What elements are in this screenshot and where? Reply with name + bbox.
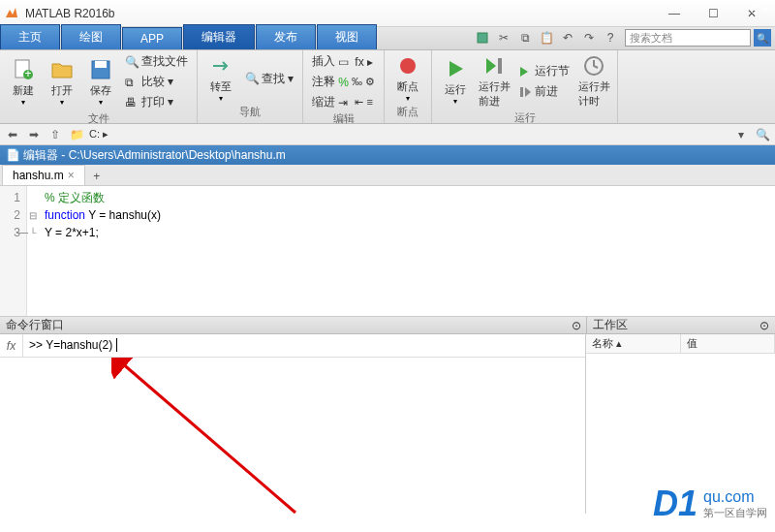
fold-gutter: ⊟ └ bbox=[27, 186, 39, 316]
qat-help-icon[interactable]: ? bbox=[601, 29, 620, 47]
maximize-button[interactable]: ☐ bbox=[694, 2, 732, 25]
new-file-icon: + bbox=[12, 58, 35, 81]
workspace-col-name[interactable]: 名称 ▴ bbox=[586, 334, 681, 353]
add-file-tab[interactable]: + bbox=[87, 168, 107, 185]
path-dropdown[interactable]: ▾ bbox=[732, 126, 750, 143]
run-advance-icon bbox=[482, 54, 506, 78]
fx-button[interactable]: fx bbox=[0, 334, 23, 357]
tab-plots[interactable]: 绘图 bbox=[61, 24, 121, 49]
code-area[interactable]: % 定义函数 function Y = hanshu(x) Y = 2*x+1; bbox=[39, 186, 775, 316]
code-line-1: % 定义函数 bbox=[45, 191, 105, 204]
breakpoint-icon bbox=[396, 54, 419, 78]
compare-button[interactable]: ⧉比较 ▾ bbox=[122, 73, 191, 91]
breakpoints-button[interactable]: 断点▾ bbox=[390, 52, 425, 105]
address-path[interactable]: C: ▸ bbox=[89, 128, 728, 141]
tab-home[interactable]: 主页 bbox=[0, 24, 60, 49]
file-tab-hanshu[interactable]: hanshu.m × bbox=[2, 165, 85, 185]
indent-button[interactable]: 缩进 ⇥ ⇤ ≡ bbox=[309, 93, 378, 111]
advance-icon bbox=[518, 85, 532, 99]
new-file-button[interactable]: + 新建▾ bbox=[6, 56, 41, 109]
file-tab-label: hanshu.m bbox=[13, 169, 64, 182]
window-title: MATLAB R2016b bbox=[25, 7, 655, 20]
cmd-panel-menu[interactable]: ⊙ bbox=[572, 319, 581, 332]
editor-path: 编辑器 - C:\Users\Administrator\Desktop\han… bbox=[23, 147, 286, 164]
code-editor[interactable]: 1 2 3— ⊟ └ % 定义函数 function Y = hanshu(x)… bbox=[0, 186, 775, 317]
up-folder-button[interactable]: ⇧ bbox=[46, 126, 64, 143]
comment-button[interactable]: 注释 % ‰ ⚙ bbox=[309, 73, 378, 91]
svg-rect-5 bbox=[95, 61, 107, 68]
search-path-icon[interactable]: 🔍 bbox=[754, 126, 771, 143]
code-keyword: function bbox=[45, 208, 85, 222]
qat-paste-icon[interactable]: 📋 bbox=[537, 29, 556, 47]
svg-text:+: + bbox=[24, 67, 31, 80]
back-button[interactable]: ⬅ bbox=[4, 126, 21, 143]
compare-icon: ⧉ bbox=[125, 76, 139, 89]
tab-publish[interactable]: 发布 bbox=[256, 24, 316, 49]
run-button[interactable]: 运行▾ bbox=[438, 55, 473, 108]
indent-icon: ⇥ bbox=[338, 96, 352, 110]
qat-save-icon[interactable] bbox=[473, 29, 492, 47]
forward-button[interactable]: ➡ bbox=[25, 126, 43, 143]
group-nav-label: 导航 bbox=[203, 105, 296, 121]
editor-panel-menu[interactable]: ⊙ × bbox=[750, 3, 769, 16]
workspace-title: 工作区 bbox=[593, 317, 628, 333]
svg-rect-7 bbox=[498, 58, 502, 74]
open-file-button[interactable]: 打开▾ bbox=[45, 56, 79, 109]
find-icon: 🔍 bbox=[245, 72, 259, 85]
print-button[interactable]: 🖶打印 ▾ bbox=[122, 93, 191, 111]
insert-section-icon: ▭ bbox=[338, 55, 352, 69]
search-docs-input[interactable]: 搜索文档 bbox=[625, 29, 751, 47]
goto-icon bbox=[209, 54, 232, 78]
qat-copy-icon[interactable]: ⧉ bbox=[515, 29, 535, 47]
svg-rect-8 bbox=[520, 87, 523, 97]
editor-file-tabs: hanshu.m × + bbox=[0, 165, 775, 186]
tab-editor[interactable]: 编辑器 bbox=[183, 24, 255, 49]
tab-apps[interactable]: APP bbox=[122, 27, 182, 49]
qat-undo-icon[interactable]: ↶ bbox=[558, 29, 577, 47]
toolstrip-tabs: 主页 绘图 APP 编辑器 发布 视图 ✂ ⧉ 📋 ↶ ↷ ? 搜索文档 🔍 bbox=[0, 27, 775, 50]
annotation-arrow bbox=[111, 358, 305, 522]
editor-doc-icon: 📄 bbox=[6, 148, 19, 162]
run-section-button[interactable]: 运行节 bbox=[515, 62, 573, 80]
save-disk-icon bbox=[89, 58, 112, 81]
svg-point-6 bbox=[400, 58, 416, 74]
window-titlebar: MATLAB R2016b — ☐ ✕ bbox=[0, 0, 775, 27]
svg-rect-0 bbox=[478, 33, 487, 43]
workspace-header: 工作区 ⊙ bbox=[586, 317, 775, 333]
search-button[interactable]: 🔍 bbox=[754, 29, 771, 47]
command-input-text: Y=hanshu(2) bbox=[46, 338, 112, 352]
print-icon: 🖶 bbox=[125, 96, 139, 110]
find-files-button[interactable]: 🔍查找文件 bbox=[122, 52, 191, 71]
run-section-icon bbox=[518, 65, 532, 78]
qat-redo-icon[interactable]: ↷ bbox=[579, 29, 599, 47]
command-prompt: >> bbox=[29, 338, 46, 352]
ribbon-toolstrip: + 新建▾ 打开▾ 保存▾ 🔍查找文件 ⧉比较 ▾ 🖶打印 ▾ 文件 转至▾ bbox=[0, 50, 775, 124]
file-tab-close[interactable]: × bbox=[68, 169, 75, 182]
workspace-col-value[interactable]: 值 bbox=[681, 334, 776, 353]
find-button[interactable]: 🔍查找 ▾ bbox=[242, 70, 296, 88]
tab-view[interactable]: 视图 bbox=[317, 24, 377, 49]
insert-button[interactable]: 插入 ▭ fx ▸ bbox=[309, 52, 378, 71]
run-time-icon bbox=[582, 54, 605, 78]
advance-button[interactable]: 前进 bbox=[515, 82, 573, 101]
minimize-button[interactable]: — bbox=[655, 2, 694, 25]
save-file-button[interactable]: 保存▾ bbox=[83, 56, 118, 109]
run-advance-button[interactable]: 运行并 前进 bbox=[477, 52, 512, 110]
current-folder-toolbar: ⬅ ➡ ⇧ 📁 C: ▸ ▾ 🔍 bbox=[0, 124, 775, 145]
run-time-button[interactable]: 运行并 计时 bbox=[576, 52, 611, 110]
fold-box-icon[interactable]: ⊟ bbox=[27, 206, 39, 224]
run-play-icon bbox=[444, 57, 467, 80]
line-gutter: 1 2 3— bbox=[0, 186, 27, 316]
workspace-panel-menu[interactable]: ⊙ bbox=[760, 319, 769, 332]
quick-access-toolbar: ✂ ⧉ 📋 ↶ ↷ ? bbox=[473, 29, 620, 47]
open-folder-icon bbox=[50, 58, 74, 81]
browse-folder-button[interactable]: 📁 bbox=[68, 126, 85, 143]
command-window-header: 命令行窗口 ⊙ 工作区 ⊙ bbox=[0, 317, 775, 334]
qat-cut-icon[interactable]: ✂ bbox=[494, 29, 513, 47]
code-line-3: Y = 2*x+1; bbox=[45, 226, 99, 239]
goto-button[interactable]: 转至▾ bbox=[203, 52, 238, 105]
group-run-label: 运行 bbox=[438, 110, 611, 127]
editor-panel-header: 📄 编辑器 - C:\Users\Administrator\Desktop\h… bbox=[0, 145, 775, 165]
command-window[interactable]: fx >> Y=hanshu(2) bbox=[0, 334, 586, 514]
command-line[interactable]: >> Y=hanshu(2) bbox=[23, 338, 585, 353]
